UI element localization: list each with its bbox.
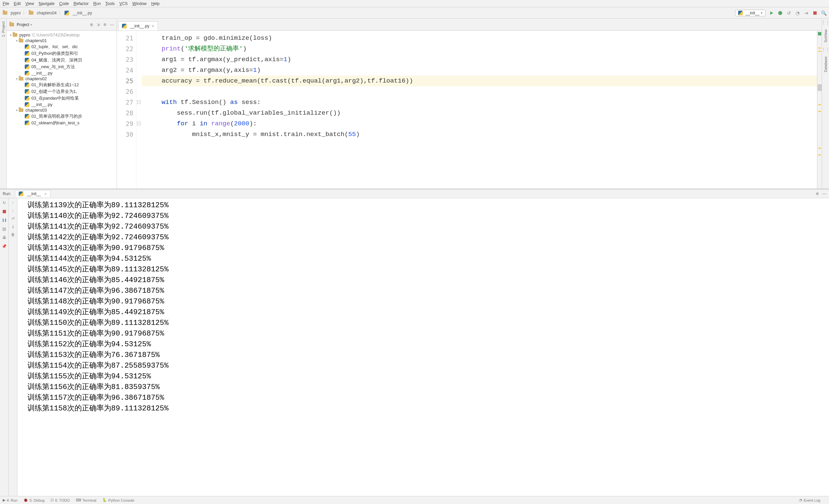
menu-icon[interactable]: ⋮⋮ — [822, 20, 829, 25]
menu-edit[interactable]: Edit — [14, 1, 21, 6]
tree-item[interactable]: __init__.py — [7, 102, 117, 107]
tree-item[interactable]: 03_在pandas中如何给某 — [7, 95, 117, 102]
console-line: 训练第1141次的正确率为92.724609375% — [27, 222, 829, 232]
project-panel-header: Project ▾ ⊕ ⇲ ✲ — — [7, 19, 117, 31]
tree-item[interactable]: 04_赋值、浅拷贝、深拷贝 — [7, 57, 117, 64]
run-tool-button[interactable]: ▶ 4: Run — [3, 498, 17, 502]
hide-icon[interactable]: — — [110, 23, 114, 27]
tree-item[interactable]: 05__new_与_init_方法 — [7, 64, 117, 70]
python-file-icon — [25, 96, 29, 101]
menu-file[interactable]: File — [3, 1, 9, 6]
python-file-icon — [25, 121, 29, 125]
python-file-icon — [25, 82, 29, 87]
tree-item[interactable]: 02_sklearn的train_test_s — [7, 120, 117, 126]
debug-tool-button[interactable]: 🐞 5: Debug — [24, 498, 44, 502]
event-log-button[interactable]: ◔ Event Log — [799, 498, 820, 502]
editor-gutter[interactable]: 21222324252627282930 — [117, 31, 136, 188]
breadcrumb-file[interactable]: __init__.py — [73, 11, 92, 15]
tree-item[interactable]: 02_创建一个边界全为1, — [7, 88, 117, 95]
settings-icon[interactable]: ✲ — [816, 191, 819, 196]
tree-item[interactable]: __init__.py — [7, 70, 117, 76]
print-icon[interactable]: 🖶 — [2, 235, 7, 240]
menu-window[interactable]: Window — [132, 1, 147, 6]
menu-refactor[interactable]: Refactor — [73, 1, 88, 6]
soft-wrap-icon[interactable]: ⏎ — [11, 216, 15, 221]
fold-toggle[interactable]: − — [137, 122, 141, 125]
menu-tools[interactable]: Tools — [105, 1, 115, 6]
marker-strip[interactable] — [817, 31, 822, 188]
up-icon[interactable]: ↑ — [12, 200, 14, 205]
profile-button[interactable]: ◔ — [795, 10, 800, 16]
terminal-tool-button[interactable]: ⌨ Terminal — [76, 498, 97, 502]
clear-icon[interactable]: 🗑 — [11, 232, 15, 237]
warning-marker[interactable] — [818, 47, 821, 48]
warning-marker[interactable] — [818, 154, 821, 155]
python-file-icon — [25, 58, 29, 63]
menu-run[interactable]: Run — [93, 1, 101, 6]
settings-icon[interactable]: ✲ — [103, 23, 107, 27]
run-toolbar-primary: ↻ ▤ 🖶 📌 — [0, 198, 9, 496]
run-button[interactable] — [769, 10, 774, 16]
rerun-button[interactable]: ↻ — [2, 200, 7, 206]
stop-button[interactable] — [2, 209, 7, 214]
close-icon[interactable]: ✕ — [44, 192, 47, 196]
debug-button[interactable] — [778, 10, 783, 16]
todo-tool-button[interactable]: ☑ 6: TODO — [50, 498, 70, 502]
warning-marker[interactable] — [818, 111, 821, 112]
warning-marker[interactable] — [818, 51, 821, 52]
menu-help[interactable]: Help — [151, 1, 160, 6]
layout-icon[interactable]: ▤ — [2, 226, 7, 231]
hide-icon[interactable]: — — [822, 191, 826, 196]
run-config-selector[interactable]: __init__ ▾ — [735, 10, 765, 16]
chevron-right-icon: 〉 — [59, 10, 63, 16]
warning-marker[interactable] — [818, 148, 821, 149]
sciview-tool-button[interactable]: SciView — [824, 28, 828, 44]
console-line: 训练第1149次的正确率为85.44921875% — [27, 307, 829, 318]
attach-button[interactable]: ⇥ — [804, 10, 809, 16]
menu-vcs[interactable]: VCS — [119, 1, 128, 6]
console-line: 训练第1145次的正确率为89.111328125% — [27, 264, 829, 275]
pause-button[interactable] — [2, 218, 7, 223]
breadcrumb-root[interactable]: pypro — [11, 11, 21, 15]
tree-item[interactable]: ▾chapters03 — [7, 107, 117, 113]
menu-view[interactable]: View — [25, 1, 34, 6]
fold-column[interactable]: −− — [136, 31, 142, 188]
menu-code[interactable]: Code — [59, 1, 69, 6]
warning-marker[interactable] — [818, 104, 821, 105]
stop-button[interactable] — [812, 10, 818, 16]
close-icon[interactable]: ✕ — [151, 24, 154, 28]
run-header: Run: __init__ ✕ ✲ — — [0, 189, 829, 198]
folder-icon — [19, 77, 24, 80]
tab-title: __init__.py — [130, 24, 149, 28]
console-output[interactable]: 训练第1139次的正确率为89.111328125%训练第1140次的正确率为9… — [17, 198, 829, 496]
editor-tab[interactable]: __init__.py ✕ — [118, 22, 158, 30]
project-tree[interactable]: ▾pyproC:\Users\57423\Desktop▾chapters010… — [7, 31, 117, 188]
menu-navigate[interactable]: Navigate — [39, 1, 55, 6]
project-view-selector[interactable]: Project ▾ — [9, 23, 32, 27]
viewport-marker[interactable] — [818, 84, 822, 91]
project-tool-button[interactable]: 1: Project — [1, 20, 5, 38]
tree-item[interactable]: 02_tuple、list、set、dic — [7, 43, 117, 50]
breadcrumb-folder[interactable]: chapters04 — [37, 11, 57, 15]
tree-item[interactable]: ▾pyproC:\Users\57423\Desktop — [7, 32, 117, 38]
menu-icon[interactable]: ⋮⋮ — [822, 47, 829, 52]
locate-icon[interactable]: ⊕ — [90, 23, 93, 27]
tree-item[interactable]: 03_Python的值类型和引 — [7, 50, 117, 57]
code-editor[interactable]: train_op = gdo.minimize(loss) print('求解模… — [142, 31, 817, 188]
tree-item[interactable]: 01_列表解析器生成1~12 — [7, 81, 117, 88]
pin-icon[interactable]: 📌 — [2, 244, 7, 249]
expand-all-icon[interactable]: ⇲ — [97, 23, 100, 27]
search-everywhere-button[interactable]: 🔍 — [821, 10, 826, 16]
tree-item[interactable]: ▾chapters01 — [7, 38, 117, 43]
scroll-to-end-icon[interactable]: ⤓ — [11, 224, 15, 229]
fold-toggle[interactable]: − — [137, 100, 141, 104]
database-tool-button[interactable]: Database — [824, 55, 828, 74]
python-file-icon — [25, 114, 29, 119]
run-with-coverage-button[interactable]: ↺ — [786, 10, 792, 16]
python-console-button[interactable]: 🐍 Python Console — [102, 498, 134, 502]
down-icon[interactable]: ↓ — [12, 208, 14, 213]
tree-item[interactable]: ▾chapters02 — [7, 76, 117, 81]
run-tab[interactable]: __init__ ✕ — [15, 190, 50, 197]
tree-item[interactable]: 01_简单说明机器学习的步 — [7, 113, 117, 120]
console-line: 训练第1153次的正确率为76.3671875% — [27, 350, 829, 361]
